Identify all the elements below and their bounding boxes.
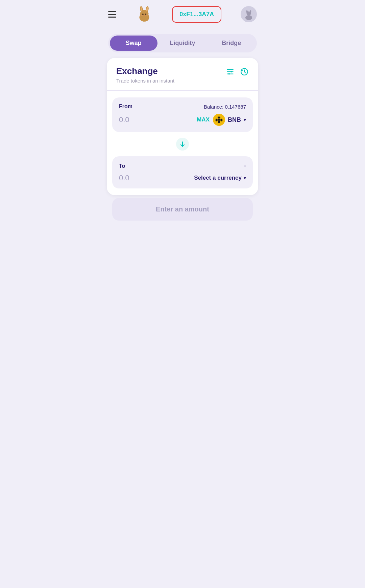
bnb-icon <box>213 114 225 126</box>
tab-bridge[interactable]: Bridge <box>208 36 255 51</box>
settings-icon[interactable] <box>226 67 235 78</box>
exchange-card: Exchange Trade tokens in an instant <box>107 58 258 195</box>
to-token-box: To - 0.0 Select a currency ▾ <box>112 156 253 188</box>
from-amount[interactable]: 0.0 <box>119 115 129 124</box>
to-box-body: 0.0 Select a currency ▾ <box>119 174 246 182</box>
svg-point-10 <box>146 15 147 16</box>
svg-point-7 <box>145 14 146 15</box>
main-content: Exchange Trade tokens in an instant <box>107 58 258 221</box>
exchange-header: Exchange Trade tokens in an instant <box>107 58 258 90</box>
bnb-token-selector[interactable]: BNB ▾ <box>213 114 246 126</box>
nav-tabs: Swap Liquidity Bridge <box>108 34 257 52</box>
swap-direction-button[interactable] <box>175 137 190 152</box>
to-box-header: To - <box>119 162 246 169</box>
svg-point-19 <box>230 71 232 72</box>
from-controls: MAX BNB ▾ <box>197 114 246 126</box>
history-icon[interactable] <box>240 67 249 78</box>
to-label: To <box>119 163 125 169</box>
from-label: From <box>119 104 132 110</box>
from-token-chevron: ▾ <box>244 117 246 122</box>
exchange-title: Exchange <box>116 66 174 76</box>
enter-amount-label: Enter an amount <box>156 205 209 213</box>
currency-selector[interactable]: Select a currency ▾ <box>194 175 246 181</box>
currency-chevron: ▾ <box>244 175 246 181</box>
exchange-subtitle: Trade tokens in an instant <box>116 78 174 84</box>
swap-arrow-container <box>112 132 253 156</box>
enter-amount-button: Enter an amount <box>112 198 253 221</box>
app-logo <box>136 5 153 23</box>
exchange-actions <box>226 67 249 78</box>
svg-point-20 <box>228 73 230 74</box>
svg-point-14 <box>245 15 252 20</box>
token-inputs: From Balance: 0.147687 0.0 MAX <box>107 91 258 195</box>
app-header: 0xF1...3A7A <box>101 0 264 28</box>
svg-point-18 <box>228 69 230 70</box>
svg-point-6 <box>142 14 143 15</box>
from-box-header: From Balance: 0.147687 <box>119 104 246 110</box>
tab-swap[interactable]: Swap <box>110 36 157 51</box>
from-box-body: 0.0 MAX <box>119 114 246 126</box>
from-token-name: BNB <box>228 116 241 123</box>
to-balance-dash: - <box>244 162 246 169</box>
tab-liquidity[interactable]: Liquidity <box>159 36 206 51</box>
from-token-box: From Balance: 0.147687 0.0 MAX <box>112 97 253 132</box>
svg-point-9 <box>141 15 143 16</box>
currency-selector-text: Select a currency <box>194 175 242 181</box>
wallet-address-button[interactable]: 0xF1...3A7A <box>173 7 220 21</box>
exchange-info: Exchange Trade tokens in an instant <box>116 66 174 84</box>
hamburger-menu[interactable] <box>108 11 116 18</box>
wallet-address-wrapper: 0xF1...3A7A <box>172 6 221 23</box>
from-balance: Balance: 0.147687 <box>204 104 246 110</box>
user-avatar[interactable] <box>241 6 257 22</box>
svg-point-8 <box>144 15 145 16</box>
to-amount[interactable]: 0.0 <box>119 174 129 182</box>
max-button[interactable]: MAX <box>197 116 210 123</box>
